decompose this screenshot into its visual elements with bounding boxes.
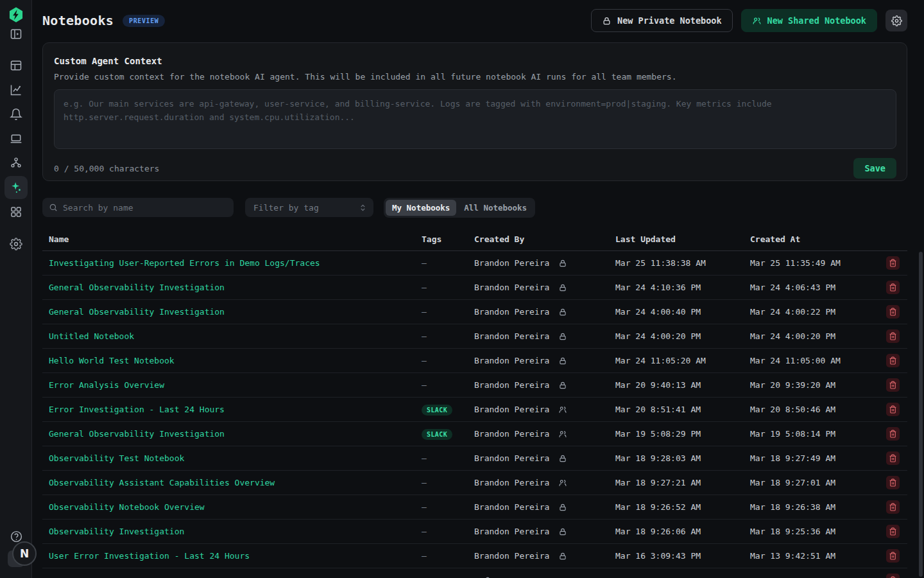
notebook-link[interactable]: Observability Notebook Overview xyxy=(49,502,205,512)
tab-my-notebooks[interactable]: My Notebooks xyxy=(386,200,456,216)
delete-notebook-button[interactable] xyxy=(886,354,900,367)
gear-icon xyxy=(891,15,902,26)
empty-tag-dash: — xyxy=(422,258,427,268)
notebook-link[interactable]: General Observability Investigation xyxy=(49,283,225,292)
notebook-link[interactable]: Observability Assistant Capabilities Ove… xyxy=(49,478,275,487)
delete-notebook-button[interactable] xyxy=(886,525,900,538)
column-header-tags: Tags xyxy=(422,234,474,244)
trash-icon xyxy=(889,283,897,292)
created-by-name: Brandon Pereira xyxy=(474,551,549,561)
created-at: Mar 24 4:06:43 PM xyxy=(750,283,876,292)
sidebar-item-panel-toggle[interactable] xyxy=(4,22,28,46)
table-row: User Error Investigation - Last 24 Hours… xyxy=(42,544,907,568)
notebook-settings-button[interactable] xyxy=(886,10,907,31)
tag-filter-select[interactable]: Filter by tag xyxy=(245,198,373,217)
trash-icon xyxy=(889,259,897,267)
empty-tag-dash: — xyxy=(422,283,427,292)
tag-cell: — xyxy=(422,478,474,487)
trash-icon xyxy=(889,527,897,536)
delete-notebook-button[interactable] xyxy=(886,574,900,578)
sidebar-item-apps[interactable] xyxy=(4,200,28,223)
lock-icon xyxy=(558,552,567,561)
new-shared-notebook-button[interactable]: New Shared Notebook xyxy=(741,9,877,32)
lock-icon xyxy=(602,16,612,26)
empty-tag-dash: — xyxy=(422,380,427,390)
notebook-link[interactable]: Observability Test Notebook xyxy=(49,453,184,463)
delete-notebook-button[interactable] xyxy=(886,329,900,343)
delete-notebook-button[interactable] xyxy=(886,281,900,294)
created-by-name: Brandon Pereira xyxy=(474,283,549,292)
notebook-link[interactable]: Untitled Notebook xyxy=(49,331,134,341)
created-at: Mar 24 4:00:22 PM xyxy=(750,307,876,317)
notebook-link[interactable]: General Observability Investigation xyxy=(49,429,225,439)
character-count: 0 / 50,000 characters xyxy=(54,164,159,173)
delete-notebook-button[interactable] xyxy=(886,500,900,514)
trash-icon xyxy=(889,381,897,389)
notebook-link[interactable]: Error Investigation - Last 24 Hours xyxy=(49,405,225,414)
created-at: Mar 19 5:08:14 PM xyxy=(750,429,876,439)
last-updated: Mar 18 9:26:52 AM xyxy=(615,502,750,512)
new-private-notebook-button[interactable]: New Private Notebook xyxy=(591,9,733,32)
table-icon xyxy=(10,59,22,72)
tag-cell: — xyxy=(422,575,474,578)
notebook-link[interactable]: Error Analysis Overview xyxy=(49,380,164,390)
lock-icon xyxy=(558,527,567,536)
delete-notebook-button[interactable] xyxy=(886,476,900,489)
notebook-link[interactable]: Observability Investigation xyxy=(49,527,184,536)
page-title: Notebooks xyxy=(42,13,114,28)
tag-cell: — xyxy=(422,551,474,561)
delete-notebook-button[interactable] xyxy=(886,403,900,416)
save-button[interactable]: Save xyxy=(853,158,896,179)
users-icon xyxy=(752,16,762,26)
created-by-name: Brandon Pereira xyxy=(474,453,549,463)
delete-notebook-button[interactable] xyxy=(886,378,900,392)
last-updated: Mar 24 4:10:36 PM xyxy=(615,283,750,292)
trash-icon xyxy=(889,430,897,438)
created-by-name: Brandon Pereira xyxy=(474,258,549,268)
apps-grid-icon xyxy=(10,206,22,218)
new-shared-notebook-label: New Shared Notebook xyxy=(767,15,866,26)
presence-avatar[interactable]: N xyxy=(12,541,37,566)
tab-all-notebooks[interactable]: All Notebooks xyxy=(458,200,533,216)
line-chart-icon xyxy=(10,83,22,96)
sidebar-item-alerts[interactable] xyxy=(4,103,28,126)
delete-notebook-button[interactable] xyxy=(886,427,900,441)
trash-icon xyxy=(889,454,897,462)
tag-cell: — xyxy=(422,527,474,536)
context-card-description: Provide custom context for the notebook … xyxy=(54,72,896,82)
gear-icon xyxy=(10,238,22,250)
scrollbar-thumb[interactable] xyxy=(919,252,923,577)
sidebar-item-table[interactable] xyxy=(4,54,28,77)
notebook-link[interactable]: General Observability Investigation xyxy=(49,307,225,317)
trash-icon xyxy=(889,478,897,487)
created-by-name: Brandon Pereira xyxy=(474,405,549,414)
search-icon xyxy=(49,203,58,212)
created-by-name: Brandon Pereira xyxy=(474,527,549,536)
table-header: Name Tags Created By Last Updated Create… xyxy=(42,228,907,251)
brand-logo[interactable] xyxy=(8,6,24,23)
delete-notebook-button[interactable] xyxy=(886,549,900,563)
sidebar-item-pipelines[interactable] xyxy=(4,152,28,175)
table-row: Observability Test Notebook — Brandon Pe… xyxy=(42,446,907,471)
notebook-link[interactable]: Investigating User-Reported Errors in De… xyxy=(49,258,320,268)
lock-icon xyxy=(558,503,567,512)
users-icon xyxy=(558,478,567,487)
sidebar-item-ai-notebooks[interactable] xyxy=(4,176,28,199)
sidebar-item-chart[interactable] xyxy=(4,78,28,101)
panel-toggle-icon xyxy=(10,28,22,40)
created-at: Mar 20 8:50:46 AM xyxy=(750,405,876,414)
delete-notebook-button[interactable] xyxy=(886,305,900,319)
search-input[interactable] xyxy=(63,203,227,213)
sidebar-item-settings[interactable] xyxy=(4,232,28,256)
help-circle-icon xyxy=(10,530,23,543)
created-by-name: Brandon Pereira xyxy=(474,380,549,390)
created-at: Mar 24 11:05:00 AM xyxy=(750,356,876,365)
delete-notebook-button[interactable] xyxy=(886,451,900,465)
notebook-link[interactable]: User Error Investigation - Last 24 Hours xyxy=(49,551,250,561)
sidebar-item-workstation[interactable] xyxy=(4,127,28,150)
last-updated: Mar 18 9:28:03 AM xyxy=(615,453,750,463)
agent-context-textarea[interactable] xyxy=(54,89,896,149)
empty-tag-dash: — xyxy=(422,551,427,561)
notebook-link[interactable]: Hello World Test Notebook xyxy=(49,356,175,365)
delete-notebook-button[interactable] xyxy=(886,256,900,270)
